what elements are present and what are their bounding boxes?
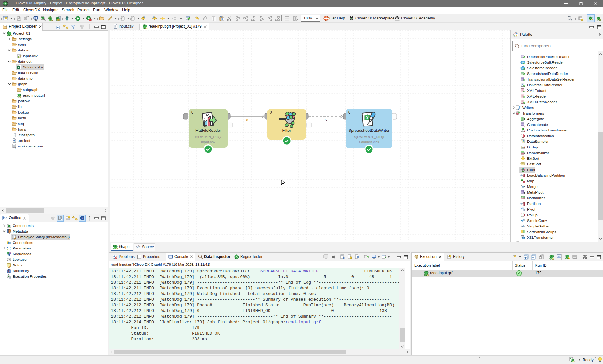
svg-text:i: i <box>82 217 83 220</box>
svg-text:X: X <box>366 115 369 120</box>
